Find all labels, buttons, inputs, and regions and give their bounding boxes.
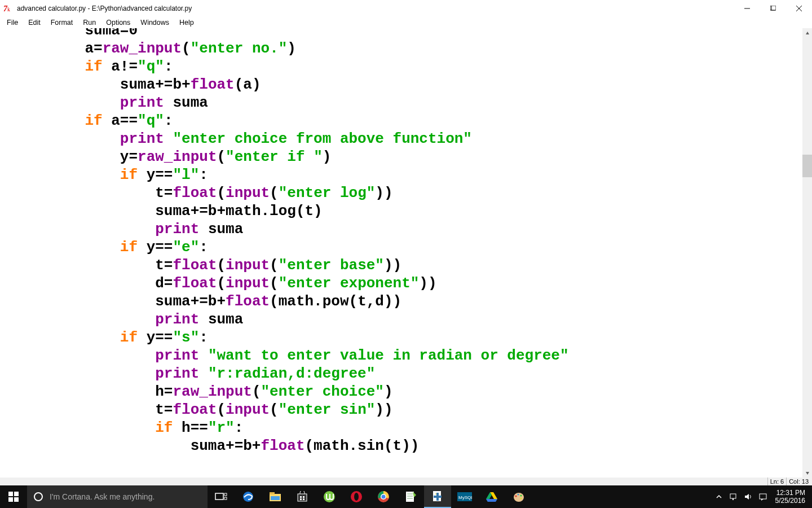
svg-rect-11 [8, 497, 13, 502]
taskbar-opera-icon[interactable] [343, 485, 370, 508]
menu-options[interactable]: Options [102, 18, 135, 27]
taskbar-chrome-icon[interactable] [370, 485, 397, 508]
svg-marker-42 [486, 499, 497, 502]
taskbar-notepadpp-icon[interactable] [397, 485, 424, 508]
cortana-icon [27, 492, 50, 502]
svg-rect-20 [271, 496, 280, 500]
menu-bar: File Edit Format Run Options Windows Hel… [0, 17, 812, 28]
taskbar-utorrent-icon[interactable] [316, 485, 343, 508]
taskbar: I'm Cortana. Ask me anything. MySQL 12:3… [0, 485, 812, 508]
scroll-up-arrow[interactable] [802, 28, 812, 38]
maximize-button[interactable] [760, 0, 786, 17]
svg-point-45 [517, 493, 519, 495]
menu-edit[interactable]: Edit [24, 18, 45, 27]
svg-rect-10 [14, 492, 19, 496]
svg-rect-14 [215, 493, 223, 500]
svg-rect-49 [732, 498, 734, 500]
tray-date: 5/25/2016 [775, 497, 805, 505]
cortana-search[interactable]: I'm Cortana. Ask me anything. [27, 485, 208, 508]
taskbar-explorer-icon[interactable] [262, 485, 289, 508]
status-line: Ln: 6 [767, 478, 786, 485]
tray-network-icon[interactable] [727, 485, 740, 508]
taskbar-store-icon[interactable] [289, 485, 316, 508]
svg-rect-23 [303, 496, 304, 498]
taskbar-paint-icon[interactable] [505, 485, 532, 508]
window-buttons [734, 0, 812, 17]
svg-point-31 [382, 495, 386, 499]
tray-clock[interactable]: 12:31 PM 5/25/2016 [771, 489, 810, 505]
svg-rect-48 [730, 494, 736, 498]
taskbar-drive-icon[interactable] [478, 485, 505, 508]
svg-rect-22 [300, 496, 302, 498]
svg-point-13 [34, 493, 42, 501]
system-tray: 12:31 PM 5/25/2016 [712, 485, 812, 508]
svg-marker-8 [806, 472, 809, 475]
menu-windows[interactable]: Windows [136, 18, 174, 27]
code-content: suma=0 a=raw_input("enter no.") if a!="q… [0, 28, 804, 455]
taskbar-idle-icon[interactable] [424, 485, 451, 508]
title-bar: 7k advanced calculator.py - E:\Python\ad… [0, 0, 812, 17]
svg-marker-7 [806, 32, 809, 34]
taskbar-mysql-icon[interactable]: MySQL [451, 485, 478, 508]
svg-point-37 [435, 493, 436, 494]
svg-rect-21 [298, 494, 307, 501]
taskbar-edge-icon[interactable] [235, 485, 262, 508]
menu-file[interactable]: File [2, 18, 23, 27]
svg-rect-19 [270, 492, 275, 494]
svg-point-28 [354, 493, 359, 501]
tray-time: 12:31 PM [775, 489, 805, 497]
code-editor[interactable]: suma=0 a=raw_input("enter no.") if a!="q… [0, 28, 804, 478]
svg-rect-15 [224, 493, 227, 496]
svg-point-47 [520, 497, 522, 499]
start-button[interactable] [0, 485, 27, 508]
editor-area: suma=0 a=raw_input("enter no.") if a!="q… [0, 28, 812, 485]
svg-rect-24 [300, 498, 302, 500]
svg-text:MySQL: MySQL [458, 495, 472, 500]
tray-volume-icon[interactable] [742, 485, 755, 508]
svg-text:k: k [7, 6, 10, 12]
app-icon: 7k [2, 3, 14, 14]
close-button[interactable] [786, 0, 812, 17]
tray-chevron-up-icon[interactable] [712, 485, 726, 508]
svg-rect-32 [406, 492, 414, 502]
svg-point-44 [515, 495, 517, 497]
tray-notifications-icon[interactable] [756, 485, 770, 508]
status-bar: Ln: 6 Col: 13 [0, 478, 812, 485]
svg-rect-16 [224, 497, 227, 500]
menu-help[interactable]: Help [175, 18, 198, 27]
search-placeholder: I'm Cortana. Ask me anything. [50, 492, 155, 501]
svg-rect-12 [14, 497, 19, 502]
status-col: Col: 13 [786, 478, 811, 485]
svg-rect-25 [303, 498, 304, 500]
menu-format[interactable]: Format [46, 18, 78, 27]
task-view-icon[interactable] [208, 485, 235, 508]
menu-run[interactable]: Run [78, 18, 100, 27]
svg-rect-4 [771, 6, 776, 10]
svg-marker-50 [745, 494, 749, 500]
vertical-scrollbar[interactable] [802, 28, 812, 478]
svg-point-46 [520, 494, 522, 496]
scroll-down-arrow[interactable] [802, 468, 812, 478]
svg-rect-9 [8, 492, 13, 496]
scroll-thumb[interactable] [802, 155, 812, 177]
minimize-button[interactable] [734, 0, 760, 17]
window-title: advanced calculator.py - E:\Python\advan… [17, 5, 734, 12]
svg-rect-51 [760, 494, 766, 499]
